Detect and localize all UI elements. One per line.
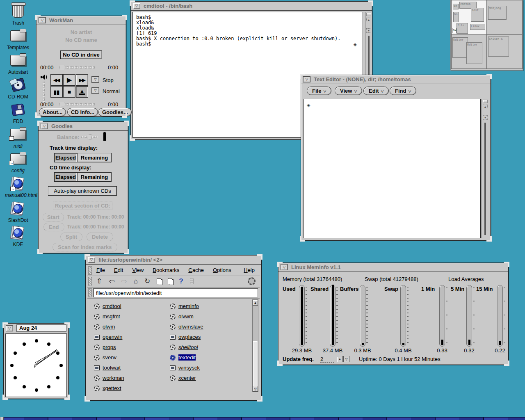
scrollbar-cable[interactable] [484,123,486,235]
pager-desktop-2[interactable]: Mahjong [487,0,523,35]
menu-help[interactable]: Help [244,267,255,273]
play-button[interactable]: ▶ [63,74,75,86]
state-dropdown[interactable]: ▽ [91,76,99,83]
autoplay-button[interactable]: Auto-play unknown CDs [48,186,117,196]
file-item-selected[interactable]: textedit [170,352,246,363]
desktop-icon-config[interactable]: → config [5,151,31,173]
home-icon[interactable]: ⌂ [134,278,138,285]
about-button[interactable]: About... [39,108,66,116]
scroll-up-icon[interactable]: ▲ [253,300,258,306]
scrollbar-thumb[interactable] [253,341,258,387]
editor-text-area[interactable]: ◈ [303,99,481,238]
desktop-icon-cdrom[interactable]: CD-ROM [5,77,31,100]
cd-remaining-button[interactable]: Remaining [77,172,112,182]
menu-cache[interactable]: Cache [188,267,204,273]
pager-mini-window[interactable]: Linux [470,24,485,30]
desktop-icon-templates[interactable]: Templates [5,28,31,50]
file-item[interactable]: olwm [94,322,164,332]
clock-titlebar[interactable]: ▽ Aug 24 [4,324,68,333]
menu-bookmarks[interactable]: Bookmarks [153,267,179,273]
texteditor-titlebar[interactable]: ▽ Text Editor - (NONE), dir; /home/tomas [301,75,491,84]
view-menu-button[interactable]: View▽ [335,87,362,95]
pause-button[interactable]: ▮▮ [50,86,63,98]
file-item[interactable]: olvwm [170,311,246,322]
play-order-dropdown[interactable]: ▽ [91,87,99,94]
desktop-icon-fdd[interactable]: FDD [5,102,31,124]
desktop-icon-trash[interactable]: Trash [5,3,31,26]
up-icon[interactable]: ⇧ [96,278,102,285]
cd-position-slider[interactable] [59,103,95,105]
desktop-icon-manual-html[interactable]: → manual00.html [5,176,31,198]
pager-mini-window[interactable]: Shisen-S [488,37,509,57]
pager-mini-window[interactable]: Text [471,8,484,22]
file-item[interactable]: props [94,342,164,352]
filelist-scrollbar[interactable]: ▲ ▽ [252,299,258,392]
file-item[interactable]: msgfmt [94,311,164,322]
file-item[interactable]: shelltool [170,342,246,352]
reload-icon[interactable]: ↻ [144,278,150,285]
locationbar-drag-handle[interactable] [88,288,92,297]
menu-view[interactable]: View [132,267,144,273]
pager-mini-icon[interactable]: Au [452,28,457,33]
desktop-icon-kde[interactable]: KDE [5,225,31,247]
back-icon[interactable]: ⇦ [109,278,114,285]
file-item[interactable]: xgettext [94,383,164,393]
scroll-down-icon[interactable]: ▼ [366,28,371,33]
pager-desktop-1[interactable]: Wo cmdtoo Text Go file: Linux Au [451,0,487,35]
pager-mini-window[interactable]: Editor [466,42,482,64]
stop-button[interactable]: ■ [63,86,75,98]
eject-button[interactable]: ▲ [76,86,88,98]
file-item[interactable]: cmdtool [94,301,164,311]
desktop-icon-midi[interactable]: → midi [5,126,31,149]
update-freq-value[interactable]: 2 [320,356,334,363]
track-position-slider[interactable] [59,66,95,68]
menu-file[interactable]: File [96,267,105,273]
pager-mini-window[interactable]: Mahjong [488,6,507,20]
file-item[interactable]: svenv [94,352,164,363]
file-item[interactable]: workman [94,373,164,383]
location-input[interactable] [93,288,258,297]
file-item[interactable]: owplaces [170,332,246,342]
file-item[interactable]: winsysck [170,363,246,373]
prev-track-button[interactable]: ◀◀ [50,74,63,86]
cd-info-button[interactable]: CD Info... [67,108,98,116]
file-item[interactable]: meminfo [170,301,246,311]
scrollbar-page-box[interactable] [483,100,488,103]
pager-desktop-3[interactable]: Editor Editor [451,35,487,69]
cmdtool-titlebar[interactable]: ▽ cmdtool - /bin/bash [131,2,372,11]
find-menu-button[interactable]: Find▽ [390,87,416,95]
taskbar-corner-handle[interactable] [0,417,4,420]
scroll-down-icon[interactable]: ▽ [253,386,258,392]
desktop-icon-autostart[interactable]: Autostart [5,52,31,75]
toolbar-drag-handle[interactable] [88,277,92,286]
file-menu-button[interactable]: File▽ [307,87,331,95]
virtual-desktop-pager[interactable]: Wo cmdtoo Text Go file: Linux Au Mahjong… [450,0,523,71]
filemanager-titlebar[interactable]: ▽ file:/usr/openwin/bin/ <2> [86,256,261,265]
paste-icon[interactable] [168,278,172,284]
menu-edit[interactable]: Edit [114,267,123,273]
taskbar[interactable] [0,417,525,420]
file-item[interactable]: olwmslave [170,322,246,332]
scroll-down-icon[interactable]: ▼ [483,115,488,120]
pager-mini-window[interactable]: Editor [452,37,468,58]
pager-mini-window[interactable]: file: [457,23,468,34]
file-item[interactable]: openwin [94,332,164,342]
track-elapsed-button[interactable]: Elapsed [54,153,77,162]
help-icon[interactable]: ? [179,278,183,285]
file-item[interactable]: toolwait [94,363,164,373]
desktop-icon-slashdot[interactable]: SlashDot [5,201,31,223]
scrollbar-page-box[interactable] [366,13,371,16]
pager-desktop-4[interactable]: Shisen-S [487,35,523,69]
spinner-down-icon[interactable]: ▽ [343,356,349,362]
copy-icon[interactable] [157,278,161,284]
goodies-titlebar[interactable]: ▽ Goodies [39,122,128,131]
pager-mini-window[interactable]: Wo [453,4,459,9]
edit-menu-button[interactable]: Edit▽ [363,87,389,95]
pager-mini-window[interactable]: Go [453,12,459,22]
spinner-up-icon[interactable]: ▲ [337,356,343,362]
menu-options[interactable]: Options [213,267,231,273]
next-track-button[interactable]: ▶▶ [76,74,88,86]
scroll-up-icon[interactable]: ▲ [366,18,371,22]
editor-scrollbar[interactable]: ▲ ▼ [482,99,488,238]
menubar-drag-handle[interactable] [88,266,92,275]
